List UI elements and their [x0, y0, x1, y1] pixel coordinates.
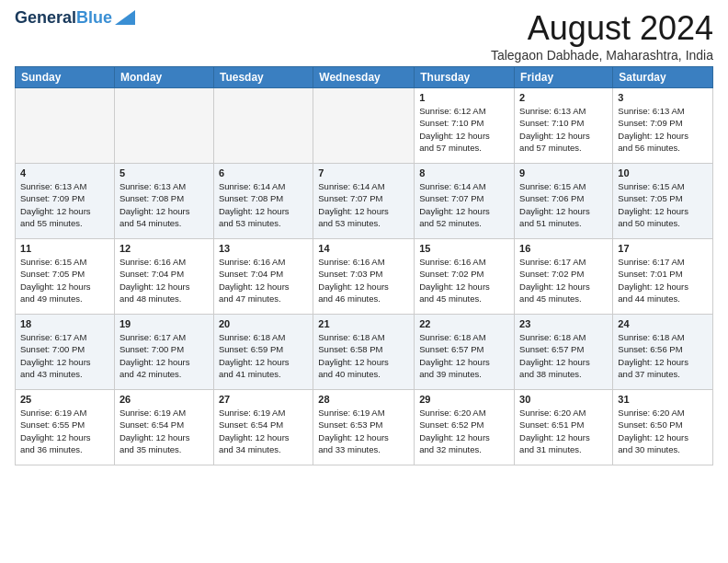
week-row-1: 4Sunrise: 6:13 AMSunset: 7:09 PMDaylight… — [16, 164, 713, 239]
calendar-cell: 7Sunrise: 6:14 AMSunset: 7:07 PMDaylight… — [313, 164, 415, 239]
cell-line: Sunset: 7:07 PM — [419, 193, 483, 203]
calendar-cell: 31Sunrise: 6:20 AMSunset: 6:50 PMDayligh… — [613, 390, 713, 465]
cell-line: and 39 minutes. — [419, 369, 482, 379]
cell-line: Sunset: 7:00 PM — [20, 344, 85, 354]
day-number: 28 — [318, 394, 409, 405]
day-number: 25 — [20, 394, 109, 405]
cell-line: and 53 minutes. — [318, 218, 381, 228]
cell-line: Daylight: 12 hours — [618, 432, 688, 442]
title-area: August 2024 Talegaon Dabhade, Maharashtr… — [491, 9, 713, 63]
calendar-cell: 15Sunrise: 6:16 AMSunset: 7:02 PMDayligh… — [415, 239, 515, 315]
cell-line: Sunset: 7:04 PM — [219, 269, 283, 279]
cell-line: Sunrise: 6:13 AM — [618, 106, 684, 116]
cell-line: and 41 minutes. — [219, 369, 281, 379]
day-number: 17 — [618, 243, 708, 254]
cell-info: Sunrise: 6:16 AMSunset: 7:04 PMDaylight:… — [119, 256, 209, 304]
day-number: 13 — [219, 243, 308, 254]
col-header-saturday: Saturday — [613, 67, 713, 88]
day-number: 19 — [119, 318, 209, 329]
cell-line: Sunrise: 6:20 AM — [618, 408, 684, 418]
cell-line: and 32 minutes. — [419, 444, 482, 454]
cell-line: Sunset: 6:50 PM — [618, 419, 682, 430]
cell-line: Sunset: 7:03 PM — [318, 269, 382, 279]
day-number: 31 — [618, 394, 708, 405]
logo-text: GeneralBlue — [15, 9, 112, 28]
cell-info: Sunrise: 6:17 AMSunset: 7:01 PMDaylight:… — [618, 256, 708, 304]
cell-line: Sunset: 7:05 PM — [20, 269, 85, 279]
cell-line: Daylight: 12 hours — [119, 357, 190, 367]
cell-line: Sunrise: 6:19 AM — [219, 408, 285, 418]
cell-info: Sunrise: 6:19 AMSunset: 6:53 PMDaylight:… — [318, 407, 409, 455]
calendar-cell: 4Sunrise: 6:13 AMSunset: 7:09 PMDaylight… — [16, 164, 115, 239]
day-number: 18 — [20, 318, 109, 329]
day-number: 11 — [20, 243, 109, 254]
cell-line: Daylight: 12 hours — [519, 357, 590, 367]
cell-line: Daylight: 12 hours — [20, 282, 91, 292]
cell-line: and 52 minutes. — [419, 218, 482, 228]
cell-line: and 47 minutes. — [219, 293, 281, 304]
cell-line: Daylight: 12 hours — [318, 206, 389, 216]
calendar-cell: 17Sunrise: 6:17 AMSunset: 7:01 PMDayligh… — [613, 239, 713, 315]
cell-info: Sunrise: 6:18 AMSunset: 6:57 PMDaylight:… — [419, 331, 509, 380]
cell-line: Daylight: 12 hours — [419, 282, 490, 292]
col-header-wednesday: Wednesday — [313, 67, 415, 88]
day-number: 6 — [219, 167, 308, 178]
calendar-cell: 25Sunrise: 6:19 AMSunset: 6:55 PMDayligh… — [16, 390, 115, 465]
cell-line: Sunrise: 6:20 AM — [519, 408, 586, 418]
cell-line: Sunset: 6:57 PM — [419, 344, 483, 354]
cell-line: Daylight: 12 hours — [318, 432, 389, 442]
calendar-cell — [213, 88, 313, 164]
cell-line: and 30 minutes. — [618, 444, 680, 454]
cell-line: and 33 minutes. — [318, 444, 381, 454]
day-number: 2 — [519, 92, 608, 103]
cell-line: Daylight: 12 hours — [20, 206, 91, 216]
cell-line: Sunset: 7:01 PM — [618, 269, 682, 279]
cell-line: Sunrise: 6:18 AM — [618, 332, 684, 342]
cell-line: and 45 minutes. — [419, 293, 482, 304]
cell-line: Sunset: 6:57 PM — [519, 344, 584, 354]
cell-line: Daylight: 12 hours — [20, 357, 91, 367]
cell-line: Sunrise: 6:15 AM — [20, 257, 86, 267]
header-row: SundayMondayTuesdayWednesdayThursdayFrid… — [16, 67, 713, 88]
cell-line: and 57 minutes. — [519, 143, 582, 153]
cell-line: Daylight: 12 hours — [419, 432, 490, 442]
day-number: 20 — [219, 318, 308, 329]
day-number: 21 — [318, 318, 409, 329]
week-row-4: 25Sunrise: 6:19 AMSunset: 6:55 PMDayligh… — [16, 390, 713, 465]
day-number: 10 — [618, 167, 708, 178]
day-number: 8 — [419, 167, 509, 178]
cell-info: Sunrise: 6:13 AMSunset: 7:09 PMDaylight:… — [20, 180, 109, 229]
col-header-tuesday: Tuesday — [213, 67, 313, 88]
calendar-cell: 1Sunrise: 6:12 AMSunset: 7:10 PMDaylight… — [415, 88, 515, 164]
day-number: 29 — [419, 394, 509, 405]
cell-info: Sunrise: 6:13 AMSunset: 7:09 PMDaylight:… — [618, 105, 708, 154]
logo-general: General — [15, 8, 76, 27]
calendar-cell: 20Sunrise: 6:18 AMSunset: 6:59 PMDayligh… — [213, 315, 313, 390]
day-number: 23 — [519, 318, 608, 329]
cell-line: Daylight: 12 hours — [219, 282, 290, 292]
cell-line: Sunset: 6:54 PM — [219, 419, 283, 430]
cell-info: Sunrise: 6:17 AMSunset: 7:00 PMDaylight:… — [20, 331, 109, 380]
cell-line: Daylight: 12 hours — [119, 206, 190, 216]
cell-info: Sunrise: 6:15 AMSunset: 7:05 PMDaylight:… — [20, 256, 109, 304]
cell-line: Sunset: 7:07 PM — [318, 193, 382, 203]
cell-line: and 46 minutes. — [318, 293, 381, 304]
col-header-friday: Friday — [515, 67, 613, 88]
day-number: 15 — [419, 243, 509, 254]
col-header-sunday: Sunday — [16, 67, 115, 88]
cell-line: and 49 minutes. — [20, 293, 83, 304]
cell-line: and 44 minutes. — [618, 293, 680, 304]
day-number: 26 — [119, 394, 209, 405]
cell-line: and 42 minutes. — [119, 369, 182, 379]
cell-line: Sunset: 7:06 PM — [519, 193, 584, 203]
cell-line: and 43 minutes. — [20, 369, 83, 379]
calendar-cell: 14Sunrise: 6:16 AMSunset: 7:03 PMDayligh… — [313, 239, 415, 315]
cell-line: Sunrise: 6:20 AM — [419, 408, 485, 418]
cell-line: Sunset: 7:04 PM — [119, 269, 184, 279]
cell-line: and 50 minutes. — [618, 218, 680, 228]
cell-line: Sunset: 6:59 PM — [219, 344, 283, 354]
cell-info: Sunrise: 6:20 AMSunset: 6:50 PMDaylight:… — [618, 407, 708, 455]
cell-line: Sunrise: 6:16 AM — [119, 257, 186, 267]
cell-line: Daylight: 12 hours — [20, 432, 91, 442]
cell-line: Sunset: 6:56 PM — [618, 344, 682, 354]
